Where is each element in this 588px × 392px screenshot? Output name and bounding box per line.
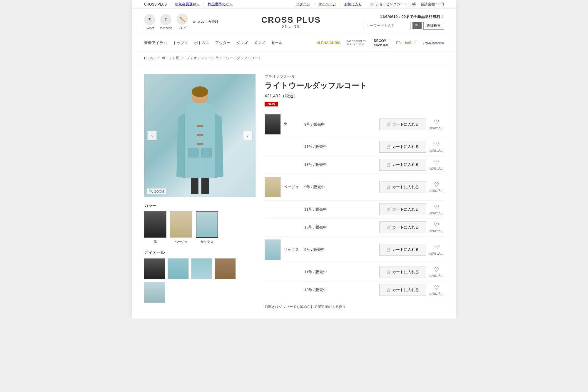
nav-sale[interactable]: セール <box>271 40 283 46</box>
add-to-cart-button[interactable]: 🛒 カートに入れる <box>379 221 426 233</box>
shareholder-link[interactable]: 株主優待の方＞ <box>208 2 233 7</box>
favorite-label: お気に入り <box>429 126 444 130</box>
heart-icon: ♡ <box>434 266 439 273</box>
nav-tops[interactable]: トップス <box>173 40 188 46</box>
logo-sub-text: ONLINE <box>261 25 321 28</box>
breadcrumb: HOME ／ ポイント用 ／ プチオンフルール ライトウールダッフルコート <box>132 51 456 65</box>
search-button[interactable]: 🔍 <box>412 22 422 29</box>
favorite-button[interactable]: ♡ お気に入り <box>429 203 444 215</box>
add-to-cart-button[interactable]: 🛒 カートに入れる <box>379 284 426 296</box>
next-image-arrow[interactable]: › <box>243 131 253 140</box>
table-row: 13号 / 販売中 🛒 カートに入れる ♡ お気に入り <box>265 218 444 236</box>
heart-icon: ♡ <box>434 119 439 126</box>
product-size-label: 13号 / 販売中 <box>304 225 376 230</box>
free-shipping-notice: 11/6AM10：00まで全商品送料無料！ <box>364 14 444 19</box>
favorite-label: お気に入り <box>429 274 444 278</box>
blog-social[interactable]: ✏️ ブログ <box>177 14 188 30</box>
brand-name: CROSS PLUS <box>144 2 167 6</box>
heart-icon: ♡ <box>434 203 439 211</box>
add-to-cart-button[interactable]: 🛒 カートに入れる <box>379 181 426 193</box>
product-size-label: 9号 / 販売中 <box>304 247 376 252</box>
favorite-button[interactable]: ♡ お気に入り <box>429 244 444 256</box>
color-label-beige: ベージュ <box>175 240 188 244</box>
favorite-button[interactable]: ♡ お気に入り <box>429 284 444 296</box>
favorite-button[interactable]: ♡ お気に入り <box>429 119 444 130</box>
add-to-cart-button[interactable]: 🛒 カートに入れる <box>379 141 426 153</box>
favorite-button[interactable]: ♡ お気に入り <box>429 221 444 233</box>
detail-search-button[interactable]: 詳細検索 <box>423 22 444 30</box>
brand-ac-design[interactable]: A/C DESIGN BYALPHA CUBIC <box>347 40 366 46</box>
brand-alpha-cubic[interactable]: ALPHA CUBIC <box>316 41 340 45</box>
detail-thumb-2[interactable] <box>168 258 189 279</box>
heart-icon: ♡ <box>434 244 439 251</box>
color-section: カラー 黒 ベージュ サックス <box>144 203 256 244</box>
detail-thumb-4[interactable] <box>215 258 236 279</box>
search-input[interactable] <box>364 22 411 29</box>
detail-thumb-5[interactable] <box>144 282 165 303</box>
coat-illustration <box>162 79 238 197</box>
product-color-image-sax <box>265 239 281 260</box>
new-member-link[interactable]: 新規会員登録＞ <box>175 2 200 7</box>
mypage-link[interactable]: マイページ <box>318 2 336 7</box>
nav-new-items[interactable]: 新着アイテム <box>144 40 167 46</box>
nav-mens[interactable]: メンズ <box>254 40 265 46</box>
favorite-button[interactable]: ♡ お気に入り <box>429 141 444 153</box>
topbar-divider2: ｜ <box>202 2 206 7</box>
favorite-label: お気に入り <box>429 189 444 193</box>
product-size-label: 11号 / 販売中 <box>304 207 376 212</box>
product-color-image-black <box>265 114 281 135</box>
product-color-name: ベージュ <box>284 184 301 190</box>
favorite-button[interactable]: ♡ お気に入り <box>429 266 444 278</box>
mail-register[interactable]: ✉ メルマガ登録 <box>193 19 218 24</box>
detail-section-title: ディテール <box>144 250 256 255</box>
favorite-label: お気に入り <box>429 229 444 233</box>
brand-true-balance[interactable]: TrueBalance <box>422 41 444 45</box>
color-swatch-black[interactable]: 黒 <box>144 211 166 244</box>
facebook-social[interactable]: f facebook <box>160 14 172 30</box>
add-to-cart-button[interactable]: 🛒 カートに入れる <box>379 203 426 215</box>
heart-icon: ♡ <box>434 181 439 188</box>
nav-bottoms[interactable]: ボトムス <box>194 40 209 46</box>
site-logo: CROSS PLUS ONLINE <box>261 15 321 28</box>
favorite-button[interactable]: ♡ お気に入り <box>429 181 444 193</box>
product-description: 前開きはジッパーでも留められて安定感のある作り <box>265 304 444 310</box>
favorite-label: お気に入り <box>429 166 444 171</box>
favorite-label: お気に入り <box>429 211 444 215</box>
svg-rect-6 <box>197 143 203 145</box>
nav-goods[interactable]: グッズ <box>236 40 248 46</box>
detail-thumb-1[interactable] <box>144 258 165 279</box>
table-row: サックス 9号 / 販売中 🛒 カートに入れる ♡ お気に入り <box>265 236 444 263</box>
add-to-cart-button[interactable]: 🛒 カートに入れる <box>379 119 426 130</box>
login-link[interactable]: ログイン <box>296 2 310 7</box>
add-to-cart-button[interactable]: 🛒 カートに入れる <box>379 244 426 256</box>
product-image-placeholder <box>144 74 255 197</box>
nav-outer[interactable]: アウター <box>215 40 230 46</box>
add-to-cart-button[interactable]: 🛒 カートに入れる <box>379 159 426 171</box>
svg-rect-4 <box>197 125 203 127</box>
add-to-cart-button[interactable]: 🛒 カートに入れる <box>379 266 426 278</box>
table-row: 13号 / 販売中 🛒 カートに入れる ♡ お気に入り <box>265 281 444 299</box>
blog-icon: ✏️ <box>177 14 188 25</box>
svg-rect-10 <box>201 178 209 194</box>
zoom-label: ZOOM <box>154 190 164 193</box>
color-swatch-beige[interactable]: ベージュ <box>170 211 192 244</box>
twitter-social[interactable]: 𝕏 Twitter <box>144 14 155 30</box>
breadcrumb-point[interactable]: ポイント用 <box>162 56 179 61</box>
prev-image-arrow[interactable]: ‹ <box>147 131 157 140</box>
brand-honfleur[interactable]: Bêa Honfleur <box>396 41 417 45</box>
breadcrumb-home[interactable]: HOME <box>144 56 155 60</box>
heart-icon: ♡ <box>434 221 439 228</box>
facebook-label: facebook <box>160 26 172 30</box>
topbar-divider1: ｜ <box>169 2 173 7</box>
brand-decoy[interactable]: DECOYSINCE 1981 <box>372 38 390 48</box>
favorite-label: お気に入り <box>429 292 444 296</box>
color-swatch-sax[interactable]: サックス <box>196 211 218 244</box>
zoom-button[interactable]: 🔍 ZOOM <box>147 189 166 194</box>
logo-main-text: CROSS PLUS <box>261 15 321 25</box>
mail-label: メルマガ登録 <box>197 19 218 24</box>
product-color-name: サックス <box>284 247 301 252</box>
detail-thumb-3[interactable] <box>191 258 212 279</box>
favorite-button[interactable]: ♡ お気に入り <box>429 159 444 171</box>
favorites-link[interactable]: お気に入り <box>344 2 362 7</box>
product-name: ライトウールダッフルコート <box>265 81 444 91</box>
